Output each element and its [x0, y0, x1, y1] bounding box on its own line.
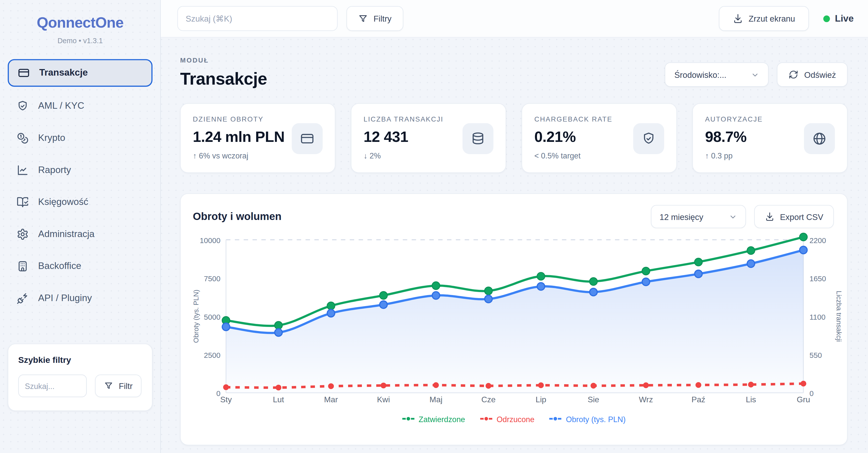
- live-status: Live: [823, 13, 854, 24]
- point-zatwierdzone: [485, 287, 492, 295]
- point-zatwierdzone: [642, 267, 650, 275]
- point-odrzucone: [380, 383, 386, 388]
- point-obroty: [432, 292, 440, 299]
- month-label: Kwi: [377, 395, 390, 404]
- right-axis-tick: 0: [809, 389, 814, 397]
- sidebar-item-label: Krypto: [38, 133, 65, 143]
- gear-icon: [17, 228, 29, 240]
- funnel-icon: [104, 381, 113, 390]
- credit-card-icon: [292, 123, 323, 154]
- kpi-label: LICZBA TRANSAKCJI: [364, 116, 494, 123]
- chart-card: Obroty i wolumen 12 miesięcy: [180, 193, 848, 445]
- point-obroty: [222, 323, 230, 331]
- point-odrzucone: [433, 382, 439, 388]
- sidebar-item-backoffice[interactable]: Backoffice: [8, 252, 152, 280]
- left-axis-tick: 0: [216, 389, 220, 397]
- filters-label: Filtry: [373, 14, 392, 23]
- point-obroty: [590, 288, 597, 296]
- kpi-card-autoryzacje: AUTORYZACJE 98.7% ↑ 0.3 pp: [692, 103, 848, 173]
- sidebar-item-raporty[interactable]: Raporty: [8, 156, 152, 184]
- screenshot-button[interactable]: Zrzut ekranu: [719, 6, 809, 31]
- point-odrzucone: [800, 381, 806, 386]
- point-zatwierdzone: [537, 272, 545, 280]
- quick-filters-panel: Szybkie filtry Filtr: [8, 344, 152, 411]
- month-label: Lut: [273, 395, 284, 404]
- page-title: Transakcje: [180, 69, 267, 89]
- download-icon: [765, 212, 775, 222]
- plug-zap-icon: [17, 292, 29, 304]
- content: MODUŁ Transakcje Środowisko:... O: [161, 38, 868, 453]
- point-odrzucone: [223, 384, 229, 390]
- point-zatwierdzone: [800, 233, 807, 241]
- turnover-volume-line-chart: 0250050007500100000550110016502200StyLut…: [181, 194, 847, 445]
- refresh-button[interactable]: Odśwież: [777, 63, 848, 87]
- sidebar-item-label: Transakcje: [39, 67, 88, 78]
- sidebar-item-ksiegowosc[interactable]: Księgowość: [8, 188, 152, 216]
- export-csv-button[interactable]: Export CSV: [754, 205, 834, 228]
- main-area: Filtry Zrzut ekranu Live MODUŁ Transakcj…: [161, 0, 868, 453]
- quick-filters-title: Szybkie filtry: [18, 355, 142, 365]
- left-axis-tick: 5000: [204, 313, 220, 321]
- range-select[interactable]: 12 miesięcy: [651, 205, 746, 228]
- kpi-label: CHARGEBACK RATE: [534, 116, 664, 123]
- month-label: Sie: [588, 395, 599, 404]
- legend-item-odrzucone[interactable]: Odrzucone: [480, 415, 534, 424]
- kpi-label: DZIENNE OBROTY: [193, 116, 323, 123]
- legend-item-zatwierdzone[interactable]: Zatwierdzone: [402, 415, 465, 424]
- quick-filter-button[interactable]: Filtr: [95, 375, 142, 397]
- kpi-row: DZIENNE OBROTY 1.24 mln PLN ↑ 6% vs wczo…: [180, 103, 848, 173]
- point-obroty: [380, 301, 387, 309]
- chart-title: Obroty i wolumen: [193, 211, 282, 223]
- kpi-card-liczba-transakcji: LICZBA TRANSAKCJI 12 431 ↓ 2%: [351, 103, 506, 173]
- filters-button[interactable]: Filtry: [346, 6, 403, 31]
- month-label: Cze: [481, 395, 496, 404]
- search-input[interactable]: [177, 6, 338, 31]
- screenshot-label: Zrzut ekranu: [748, 14, 795, 23]
- line-chart-icon: [17, 164, 29, 176]
- point-odrzucone: [276, 385, 281, 390]
- credit-card-icon: [18, 67, 30, 79]
- month-label: Lip: [536, 395, 547, 404]
- brand-version: Demo • v1.3.1: [5, 36, 155, 45]
- sidebar-item-krypto[interactable]: Krypto: [8, 124, 152, 152]
- month-label: Maj: [430, 395, 442, 404]
- month-label: Mar: [324, 395, 338, 404]
- right-axis-tick: 1100: [809, 313, 826, 321]
- left-axis-label: Obroty (tys. PLN): [192, 290, 200, 343]
- live-dot-icon: [823, 15, 830, 22]
- point-odrzucone: [328, 383, 334, 389]
- point-zatwierdzone: [327, 302, 335, 310]
- point-odrzucone: [538, 382, 544, 388]
- range-select-value: 12 miesięcy: [659, 212, 703, 221]
- environment-select[interactable]: Środowisko:...: [665, 63, 769, 87]
- chevron-down-icon: [728, 213, 737, 221]
- refresh-icon: [788, 70, 799, 79]
- legend-marker-icon: [480, 415, 492, 424]
- brand: QonnectOne Demo • v1.3.1: [0, 0, 160, 45]
- left-axis-tick: 10000: [200, 236, 220, 245]
- sidebar-item-transakcje[interactable]: Transakcje: [8, 59, 152, 87]
- chart-legend: Zatwierdzone Odrzucone Obroty (tys. PLN): [181, 415, 847, 424]
- month-label: Lis: [746, 395, 756, 404]
- app-screen: QonnectOne Demo • v1.3.1 Transakcje AML …: [0, 0, 868, 453]
- point-zatwierdzone: [432, 282, 440, 290]
- topbar: Filtry Zrzut ekranu Live: [161, 0, 868, 38]
- point-obroty: [747, 260, 755, 267]
- sidebar-item-label: Administracja: [38, 229, 95, 240]
- month-label: Wrz: [639, 395, 653, 404]
- point-zatwierdzone: [747, 247, 755, 254]
- kpi-label: AUTORYZACJE: [705, 116, 835, 123]
- sidebar-item-administracja[interactable]: Administracja: [8, 221, 152, 248]
- sidebar-item-aml-kyc[interactable]: AML / KYC: [8, 92, 152, 120]
- legend-item-obroty[interactable]: Obroty (tys. PLN): [549, 415, 626, 424]
- point-obroty: [537, 283, 545, 290]
- sidebar: QonnectOne Demo • v1.3.1 Transakcje AML …: [0, 0, 161, 453]
- quick-search-input[interactable]: [18, 375, 87, 397]
- kpi-card-chargeback-rate: CHARGEBACK RATE 0.21% < 0.5% target: [522, 103, 677, 173]
- sidebar-item-label: AML / KYC: [38, 100, 84, 111]
- point-zatwierdzone: [379, 292, 387, 299]
- download-icon: [733, 13, 743, 24]
- sidebar-item-api-pluginy[interactable]: API / Pluginy: [8, 285, 152, 312]
- funnel-icon: [358, 13, 368, 24]
- left-axis-tick: 2500: [204, 351, 220, 359]
